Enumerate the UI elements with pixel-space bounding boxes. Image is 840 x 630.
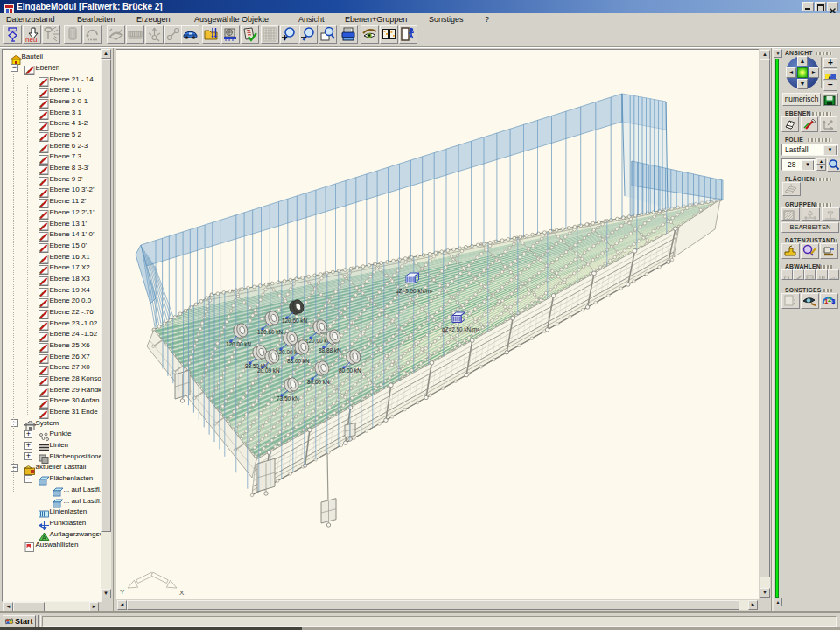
svg-text:alle: alle <box>830 276 838 280</box>
svg-text:88.88 kN: 88.88 kN <box>318 347 341 354</box>
svg-text:Y: Y <box>120 588 125 596</box>
svg-text:X: X <box>179 589 185 597</box>
svg-text:120.00 kN: 120.00 kN <box>226 341 252 347</box>
svg-text:88.00 kN: 88.00 kN <box>287 358 310 364</box>
svg-text:80.00 kN: 80.00 kN <box>307 379 330 385</box>
svg-text:3: 3 <box>831 298 836 305</box>
svg-text:80.00 kN: 80.00 kN <box>339 368 361 374</box>
svg-text:A: A <box>42 535 46 541</box>
svg-text:120.60 kN: 120.60 kN <box>257 329 284 335</box>
svg-text:73.50 kN: 73.50 kN <box>276 396 299 402</box>
svg-text:qZ=9.00 kN/m²: qZ=9.00 kN/m² <box>396 288 432 295</box>
svg-text:20.09 kN: 20.09 kN <box>257 368 280 374</box>
svg-text:neu: neu <box>25 36 37 43</box>
svg-text:qZ=2.50 kN/m²: qZ=2.50 kN/m² <box>442 326 479 333</box>
svg-text:120.60 kN: 120.60 kN <box>282 318 308 324</box>
